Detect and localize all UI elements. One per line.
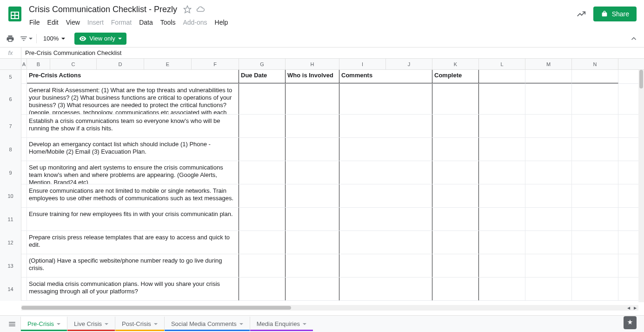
due-cell[interactable] bbox=[239, 84, 285, 114]
vertical-scrollbar[interactable] bbox=[638, 70, 644, 302]
cell-N[interactable] bbox=[572, 115, 618, 137]
sheets-logo[interactable] bbox=[6, 5, 24, 23]
cell-A[interactable] bbox=[21, 161, 27, 184]
sheet-tab-media-enquiries[interactable]: Media Enquiries bbox=[250, 317, 313, 331]
who-cell[interactable] bbox=[285, 231, 339, 254]
complete-cell[interactable] bbox=[432, 138, 479, 161]
cell-M[interactable] bbox=[525, 208, 572, 230]
cell-L[interactable] bbox=[479, 84, 525, 114]
row-header[interactable]: 7 bbox=[0, 115, 21, 138]
action-cell[interactable]: General Risk Assessment: (1) What are th… bbox=[27, 84, 239, 114]
action-cell[interactable]: (Optional) Have a specific website/phone… bbox=[27, 254, 239, 277]
action-cell[interactable]: Prepare crisis press release templates t… bbox=[27, 231, 239, 254]
due-cell[interactable] bbox=[239, 208, 285, 230]
comments-cell[interactable] bbox=[339, 84, 432, 114]
filter-icon[interactable] bbox=[20, 32, 33, 45]
complete-cell[interactable] bbox=[432, 84, 479, 114]
col-header-N[interactable]: N bbox=[572, 59, 618, 69]
tab-dropdown-icon[interactable] bbox=[239, 323, 243, 325]
row-header[interactable]: 8 bbox=[0, 138, 21, 161]
scroll-thumb[interactable] bbox=[639, 70, 643, 88]
row-header[interactable]: 12 bbox=[0, 231, 21, 254]
cell-M[interactable] bbox=[525, 254, 572, 277]
col-header-J[interactable]: J bbox=[386, 59, 432, 69]
sheet-tab-post-crisis[interactable]: Post-Crisis bbox=[115, 317, 164, 331]
comments-cell[interactable] bbox=[339, 161, 432, 184]
col-header-B[interactable]: B bbox=[27, 59, 50, 69]
cell-N[interactable] bbox=[572, 70, 618, 83]
cell-A[interactable] bbox=[21, 138, 27, 161]
header-due[interactable]: Due Date bbox=[239, 70, 285, 83]
cell-M[interactable] bbox=[525, 231, 572, 254]
complete-cell[interactable] bbox=[432, 161, 479, 184]
cell-L[interactable] bbox=[479, 231, 525, 254]
col-header-I[interactable]: I bbox=[339, 59, 386, 69]
share-button[interactable]: Share bbox=[593, 7, 637, 21]
cell-L[interactable] bbox=[479, 254, 525, 277]
menu-view[interactable]: View bbox=[63, 17, 83, 28]
cell-A[interactable] bbox=[21, 254, 27, 277]
cell-N[interactable] bbox=[572, 208, 618, 230]
cell-A[interactable] bbox=[21, 184, 27, 207]
col-header-L[interactable]: L bbox=[479, 59, 525, 69]
complete-cell[interactable] bbox=[432, 278, 479, 300]
menu-data[interactable]: Data bbox=[136, 17, 156, 28]
comments-cell[interactable] bbox=[339, 254, 432, 277]
complete-cell[interactable] bbox=[432, 115, 479, 137]
header-complete[interactable]: Complete bbox=[432, 70, 479, 83]
cell-L[interactable] bbox=[479, 138, 525, 161]
due-cell[interactable] bbox=[239, 138, 285, 161]
due-cell[interactable] bbox=[239, 231, 285, 254]
who-cell[interactable] bbox=[285, 184, 339, 207]
comments-cell[interactable] bbox=[339, 184, 432, 207]
cell-A[interactable] bbox=[21, 84, 27, 114]
col-header-M[interactable]: M bbox=[525, 59, 572, 69]
comments-cell[interactable] bbox=[339, 115, 432, 137]
cell-N[interactable] bbox=[572, 278, 618, 300]
complete-cell[interactable] bbox=[432, 231, 479, 254]
cell-L[interactable] bbox=[479, 161, 525, 184]
cell-L[interactable] bbox=[479, 115, 525, 137]
col-header-D[interactable]: D bbox=[97, 59, 144, 69]
cell-L[interactable] bbox=[479, 208, 525, 230]
who-cell[interactable] bbox=[285, 208, 339, 230]
menu-insert[interactable]: Insert bbox=[84, 17, 107, 28]
horizontal-scrollbar[interactable] bbox=[21, 305, 625, 311]
cell-A[interactable] bbox=[21, 208, 27, 230]
due-cell[interactable] bbox=[239, 115, 285, 137]
row-header[interactable]: 5 bbox=[0, 70, 21, 84]
cell-N[interactable] bbox=[572, 138, 618, 161]
activity-icon[interactable] bbox=[575, 7, 588, 20]
complete-cell[interactable] bbox=[432, 184, 479, 207]
cell-M[interactable] bbox=[525, 161, 572, 184]
action-cell[interactable]: Ensure training for new employees fits i… bbox=[27, 208, 239, 230]
view-only-button[interactable]: View only bbox=[74, 33, 126, 45]
menu-help[interactable]: Help bbox=[212, 17, 232, 28]
print-icon[interactable] bbox=[4, 32, 17, 45]
comments-cell[interactable] bbox=[339, 278, 432, 300]
comments-cell[interactable] bbox=[339, 208, 432, 230]
cell-N[interactable] bbox=[572, 84, 618, 114]
zoom-select[interactable]: 100% bbox=[40, 33, 68, 44]
row-header[interactable]: 14 bbox=[0, 278, 21, 301]
comments-cell[interactable] bbox=[339, 138, 432, 161]
cell-M[interactable] bbox=[525, 138, 572, 161]
due-cell[interactable] bbox=[239, 278, 285, 300]
tab-dropdown-icon[interactable] bbox=[57, 323, 60, 325]
cell-M[interactable] bbox=[525, 184, 572, 207]
cell-L[interactable] bbox=[479, 70, 525, 83]
cell-A[interactable] bbox=[21, 70, 27, 83]
due-cell[interactable] bbox=[239, 184, 285, 207]
header-who[interactable]: Who is Involved bbox=[285, 70, 339, 83]
collapse-toolbar-icon[interactable] bbox=[627, 32, 640, 45]
cell-M[interactable] bbox=[525, 278, 572, 300]
col-header-C[interactable]: C bbox=[50, 59, 97, 69]
cell-N[interactable] bbox=[572, 231, 618, 254]
tab-dropdown-icon[interactable] bbox=[303, 323, 306, 325]
header-comments[interactable]: Comments bbox=[339, 70, 432, 83]
sheet-nav-arrows[interactable]: ◀▶ bbox=[625, 305, 638, 311]
cell-L[interactable] bbox=[479, 278, 525, 300]
menu-file[interactable]: File bbox=[26, 17, 43, 28]
action-cell[interactable]: Social media crisis communication plans.… bbox=[27, 278, 239, 300]
formula-input[interactable]: Pre-Crisis Communication Checklist bbox=[21, 49, 644, 56]
